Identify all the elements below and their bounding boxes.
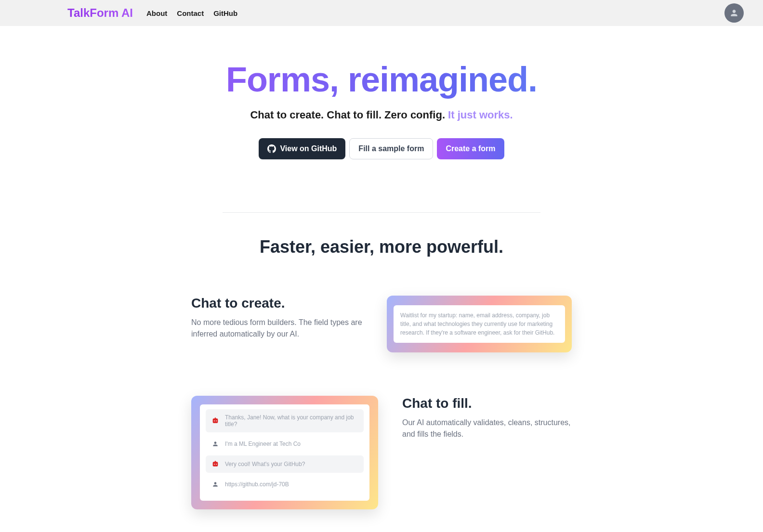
nav-link-about[interactable]: About <box>146 9 167 17</box>
feature1-text: Chat to create. No more tedious form bui… <box>191 296 363 340</box>
person-icon <box>211 440 219 448</box>
topbar-left: TalkForm AI About Contact GitHub <box>67 6 237 20</box>
person-icon <box>729 8 739 18</box>
user-avatar[interactable] <box>724 3 744 23</box>
chat-message-bot: Very cool! What's your GitHub? <box>206 455 364 473</box>
nav-link-contact[interactable]: Contact <box>177 9 204 17</box>
chat-message-user: I'm a ML Engineer at Tech Co <box>206 435 364 453</box>
chat-text: I'm a ML Engineer at Tech Co <box>225 441 301 447</box>
hero-subtitle: Chat to create. Chat to fill. Zero confi… <box>10 109 753 121</box>
fill-sample-button[interactable]: Fill a sample form <box>349 138 433 159</box>
feature1-demo-text: Waitlist for my startup: name, email add… <box>394 305 565 343</box>
feature2-chat-card: Thanks, Jane! Now, what is your company … <box>191 396 378 509</box>
github-icon <box>267 144 276 153</box>
hero-section: Forms, reimagined. Chat to create. Chat … <box>0 26 763 179</box>
hero-title: Forms, reimagined. <box>10 60 753 99</box>
hero-subtitle-plain: Chat to create. Chat to fill. Zero confi… <box>250 109 448 121</box>
feature2-body: Our AI automatically validates, cleans, … <box>402 417 572 440</box>
robot-icon <box>211 460 219 468</box>
view-github-button[interactable]: View on GitHub <box>259 138 345 159</box>
hero-subtitle-emphasis: It just works. <box>448 109 513 121</box>
feature1-demo-card: Waitlist for my startup: name, email add… <box>387 296 572 352</box>
chat-text: Thanks, Jane! Now, what is your company … <box>225 414 358 428</box>
person-icon <box>211 480 219 488</box>
feature2-title: Chat to fill. <box>402 396 572 411</box>
feature-chat-to-fill: Thanks, Jane! Now, what is your company … <box>182 396 581 509</box>
feature2-text: Chat to fill. Our AI automatically valid… <box>402 396 572 440</box>
create-form-button[interactable]: Create a form <box>437 138 504 159</box>
chat-message-user: https://github.com/jd-70B <box>206 476 364 493</box>
view-github-label: View on GitHub <box>280 144 337 153</box>
section-title: Faster, easier, more powerful. <box>0 237 763 257</box>
chat-text: Very cool! What's your GitHub? <box>225 461 305 467</box>
chat-message-bot: Thanks, Jane! Now, what is your company … <box>206 409 364 432</box>
feature1-body: No more tedious form builders. The field… <box>191 317 363 340</box>
logo[interactable]: TalkForm AI <box>67 6 133 20</box>
topbar: TalkForm AI About Contact GitHub <box>0 0 763 26</box>
nav-link-github[interactable]: GitHub <box>213 9 237 17</box>
feature1-title: Chat to create. <box>191 296 363 311</box>
cta-row: View on GitHub Fill a sample form Create… <box>10 138 753 159</box>
nav-links: About Contact GitHub <box>146 9 237 17</box>
divider <box>223 212 540 213</box>
robot-icon <box>211 417 219 425</box>
chat-text: https://github.com/jd-70B <box>225 481 289 488</box>
chat-inner: Thanks, Jane! Now, what is your company … <box>200 404 369 501</box>
feature-chat-to-create: Chat to create. No more tedious form bui… <box>182 296 581 352</box>
